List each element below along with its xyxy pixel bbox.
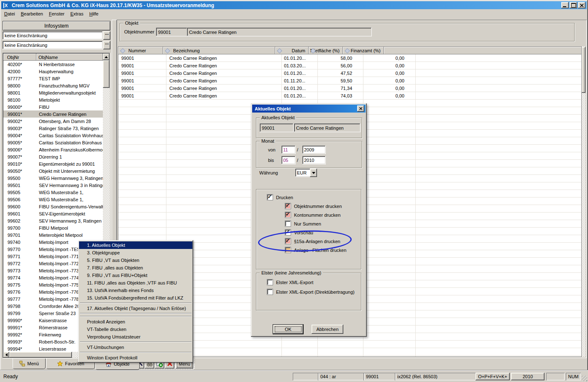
context-menu-item[interactable]: 1. Aktuelles Objekt	[79, 241, 192, 249]
column-header-objname[interactable]: ObjName	[36, 54, 103, 61]
dialog-close-button[interactable]	[357, 105, 364, 112]
grid-column-header[interactable]: Datum	[275, 47, 309, 54]
menubar-item-extras[interactable]: Extras	[67, 10, 86, 17]
list-item[interactable]: 99003*Ratinger Straße 73, Ratingen	[3, 125, 103, 132]
list-item[interactable]: 98100Mietobjekt	[3, 96, 103, 103]
list-item[interactable]: 99050*Objekt mit Untervermietung	[3, 167, 103, 174]
list-item[interactable]: 99005*Caritas Sozialstation Bürohaus	[3, 139, 103, 146]
list-item[interactable]: 40200*N Heribertstrasse	[3, 61, 103, 68]
ok-button[interactable]: OK	[273, 325, 303, 334]
drucken-option-checkbox[interactable]: ✓	[285, 203, 291, 209]
drucken-option-checkbox[interactable]	[285, 220, 291, 227]
table-row[interactable]: 99001Credo Carree Ratingen01.01.20...47,…	[118, 69, 582, 77]
list-item[interactable]: 98001Mitgliederverwaltungsobjekt	[3, 89, 103, 96]
list-item[interactable]: 99700FIBU Mietpool	[3, 224, 103, 231]
menubar-item-bearbeiten[interactable]: Bearbeiten	[18, 10, 46, 17]
list-item[interactable]: 99505WEG Musterstraße 1,	[3, 189, 103, 196]
context-menu-item[interactable]: Winston Export Protokoll	[79, 354, 192, 361]
status-year-button[interactable]: 2010	[511, 373, 545, 380]
grid-column-header[interactable]: Nummer	[118, 47, 163, 54]
scroll-left-button[interactable]	[3, 352, 9, 358]
infosystem-header[interactable]: Infosystem	[3, 21, 110, 31]
menubar-item-hilfe[interactable]: Hilfe	[86, 10, 101, 17]
context-menu-item[interactable]: 9. FIBU ,VT aus FIBU+Objekt	[79, 272, 192, 279]
filter-input-2[interactable]: keine Einschränkung	[3, 41, 103, 49]
filter-input-1[interactable]: keine Einschränkung	[3, 31, 103, 40]
list-item-objnr: 99993*	[3, 339, 37, 344]
status-permissions-button[interactable]: O+P+F+V+K+	[476, 373, 510, 380]
drucken-option-checkbox[interactable]: ✓	[285, 229, 291, 236]
table-row[interactable]: 99001Credo Carree Ratingen01.11.20...59,…	[118, 77, 582, 85]
menubar-item-fenster[interactable]: Fenster	[46, 10, 67, 17]
grid-column-header[interactable]: Mietfläche (%)	[309, 47, 343, 54]
context-menu-item[interactable]: VT-Umbuchungen	[79, 344, 192, 351]
list-item[interactable]: 99500WEG Hermannweg 3, Ratingen	[3, 174, 103, 182]
dialog-object-number[interactable]: 99001	[260, 123, 294, 132]
resize-grip[interactable]	[582, 376, 587, 381]
drucken-option-checkbox[interactable]: ✓	[285, 238, 291, 244]
minimize-button[interactable]	[561, 2, 569, 8]
close-button[interactable]	[578, 2, 585, 8]
filter-browse-button-2[interactable]: ...	[103, 41, 110, 49]
list-item[interactable]: 99010*Eigentümerobjekt zu 99001	[3, 160, 103, 167]
table-row[interactable]: 99001Credo Carree Ratingen01.03.20...56,…	[118, 62, 582, 69]
list-item[interactable]: 99506WEG Musterstraße 1,	[3, 196, 103, 203]
context-menu-item[interactable]: 17. Aktuelles Objekt (Tagesgenau / Nach …	[79, 305, 192, 312]
context-menu-item[interactable]: 3. Objektgruppe	[79, 249, 192, 256]
list-item-objname: Eigentümerobjekt zu 99001	[37, 162, 103, 167]
horizontal-scroll-thumb[interactable]	[9, 352, 72, 358]
tab-menu[interactable]: Menü	[13, 359, 46, 369]
context-menu-item[interactable]: 7. FIBU ,alles aus Objekten	[79, 264, 192, 272]
list-item[interactable]: 99004*Caritas Sozialstation Wohnhaus	[3, 132, 103, 139]
objektname-field[interactable]: Credo Carree Ratingen	[187, 28, 372, 36]
bis-year-field[interactable]: 2010	[302, 156, 326, 164]
scroll-up-button[interactable]	[103, 54, 110, 60]
grid-row-filler	[416, 288, 582, 295]
list-item[interactable]: 99600FIBU Sondereigentums-Verwaltun	[3, 203, 103, 210]
filter-browse-button-1[interactable]: ...	[103, 31, 110, 40]
list-item[interactable]: 98000Finanzbuchhaltung MGV	[3, 82, 103, 89]
context-menu-item[interactable]: 5. FIBU ,VT aus Objekten	[79, 256, 192, 264]
list-item[interactable]: 99007*Dürerring 1	[3, 153, 103, 160]
drucken-option-checkbox[interactable]: ✓	[267, 194, 273, 200]
von-year-field[interactable]: 2009	[302, 146, 326, 154]
context-menu-item[interactable]: 15. UstVA Fondsübergreifend mit Filter a…	[79, 294, 192, 302]
objektnummer-field[interactable]: 99001	[156, 28, 187, 36]
list-item[interactable]: 99501SEV Hermannsweg 3 in Ratingen	[3, 182, 103, 189]
list-item[interactable]: 99602SEV Hermannweg 3, Ratingen	[3, 217, 103, 224]
table-row[interactable]: 99001Credo Carree Ratingen01.01.20...74,…	[118, 92, 582, 100]
context-menu-item[interactable]: 13. UstVA innerhalb eines Fonds	[79, 287, 192, 294]
list-item[interactable]: 99701Mieterobjekt Mietpool	[3, 231, 103, 238]
grid-column-header[interactable]: Bezeichnung	[163, 47, 275, 54]
cancel-button[interactable]: Abbrechen	[312, 325, 343, 334]
dialog-object-name[interactable]: Credo Carree Ratingen	[294, 123, 360, 132]
column-header-objnr[interactable]: ObjNr	[3, 54, 36, 61]
context-menu-item[interactable]: 11. FIBU ,alles aus Objekten ,VTF aus FI…	[79, 279, 192, 287]
combo-dropdown-button[interactable]	[310, 169, 317, 177]
maximize-button[interactable]	[570, 2, 577, 8]
menubar-item-datei[interactable]: Datei	[1, 10, 18, 17]
drucken-option-checkbox[interactable]	[285, 247, 291, 253]
grid-column-header[interactable]: Finanzamt (%)	[343, 47, 384, 54]
list-item[interactable]: 99006*Altenheim FranziskusKolbermoor	[3, 146, 103, 153]
context-menu-item[interactable]: Protokoll Anzeigen	[79, 318, 192, 326]
list-item[interactable]: 97777*TEST IMP	[3, 75, 103, 82]
grid-vertical-scrollbar[interactable]	[581, 46, 585, 357]
list-item[interactable]: 42000Hauptverwaltung	[3, 68, 103, 75]
von-month-field[interactable]: 11	[281, 146, 296, 154]
table-row[interactable]: 99001Credo Carree Ratingen01.01.20...71,…	[118, 85, 582, 92]
context-menu-item[interactable]: Verprobung Umsatzsteuer	[79, 333, 192, 341]
context-menu-item[interactable]: VT-Tabelle drucken	[79, 326, 192, 333]
table-row[interactable]: 99001Credo Carree Ratingen01.01.20...58,…	[118, 54, 582, 62]
list-item[interactable]: 99601SEV-Eigentümerobjekt	[3, 210, 103, 217]
list-item[interactable]: 99002*Ottersberg, Am Damm 28	[3, 118, 103, 125]
vertical-scroll-thumb[interactable]	[103, 60, 110, 88]
elster-option-checkbox[interactable]	[267, 289, 273, 295]
list-item[interactable]: 99000*FIBU	[3, 103, 103, 110]
grid-scroll-thumb[interactable]	[582, 47, 585, 93]
elster-option-checkbox[interactable]	[267, 279, 273, 285]
list-item[interactable]: 99001*Credo Carree Ratingen	[3, 110, 103, 118]
waehrung-select[interactable]: EUR	[295, 169, 317, 177]
bis-month-field[interactable]: 05	[281, 156, 296, 164]
drucken-option-checkbox[interactable]: ✓	[285, 212, 291, 218]
